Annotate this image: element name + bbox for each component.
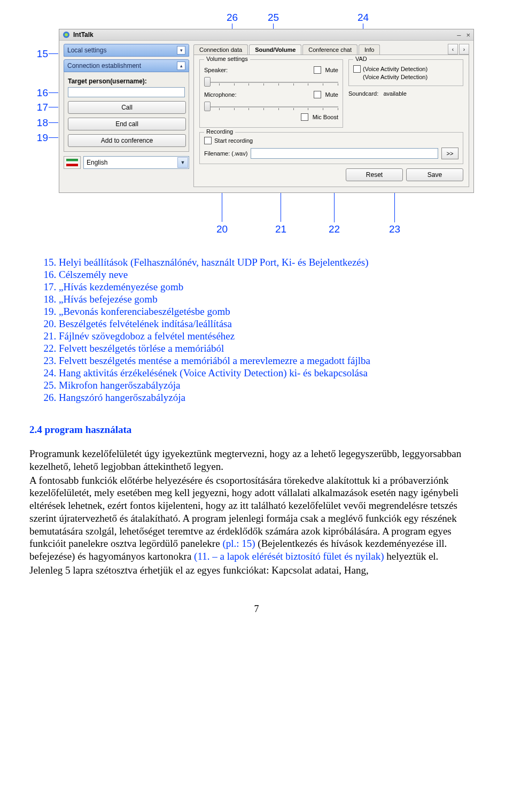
flag-icon (64, 156, 81, 169)
speaker-mute-label: Mute (325, 67, 338, 73)
volume-legend: Volume settings (204, 56, 250, 62)
recording-legend: Recording (204, 128, 235, 135)
speaker-label: Speaker: (204, 67, 240, 73)
page-number: 7 (29, 604, 484, 615)
save-button[interactable]: Save (406, 168, 463, 181)
mic-boost-checkbox[interactable] (301, 113, 308, 121)
local-settings-header[interactable]: Local settings ▾ (64, 44, 189, 57)
callout-24: 24 (357, 12, 369, 24)
list-item: Felvett beszélgetés mentése a memóriából… (59, 355, 484, 367)
start-recording-checkbox[interactable] (204, 137, 212, 144)
add-to-conference-button[interactable]: Add to conference (68, 134, 186, 147)
list-item: Célszemély neve (59, 269, 484, 281)
language-value: English (87, 159, 107, 166)
list-item: Fájlnév szövegdoboz a felvétel mentéséhe… (59, 330, 484, 342)
callout-19: 19 (32, 132, 48, 144)
callout-26: 26 (227, 12, 238, 24)
tab-bar: Connection data Sound/Volume Conference … (193, 44, 469, 55)
mic-slider-thumb[interactable] (204, 102, 211, 111)
list-item: Helyi beállítások (Felhasználónév, haszn… (59, 257, 484, 268)
callout-23: 23 (389, 223, 400, 235)
expand-icon[interactable]: ▴ (177, 61, 185, 70)
paragraph: Jelenleg 5 lapra szétosztva érhetjük el … (29, 564, 484, 577)
soundcard-value: available (383, 90, 406, 97)
list-item: Beszélgetés felvételének indítása/leállí… (59, 318, 484, 330)
vad-line2: (Voice Activity Detection) (363, 74, 428, 80)
microphone-label: Microphone: (204, 91, 240, 98)
list-item: „Hívás befejezése gomb (59, 293, 484, 305)
tab-sound-volume[interactable]: Sound/Volume (249, 44, 301, 55)
target-person-label: Target person(username): (68, 78, 185, 85)
reset-button[interactable]: Reset (346, 168, 403, 181)
close-button[interactable]: × (466, 31, 470, 39)
collapse-icon[interactable]: ▾ (177, 46, 185, 55)
speaker-mute-checkbox[interactable] (314, 66, 321, 74)
browse-button[interactable]: >> (441, 148, 458, 159)
recording-group: Recording Start recording Filename: (.wa… (199, 132, 463, 164)
end-call-button[interactable]: End call (68, 118, 186, 130)
titlebar[interactable]: IntTalk – × (59, 29, 473, 41)
callout-21: 21 (275, 223, 286, 235)
filename-input[interactable] (251, 148, 438, 159)
tab-scroll-left[interactable]: ‹ (448, 44, 458, 55)
section-heading: 2.4 program használata (29, 424, 484, 436)
speaker-slider-thumb[interactable] (204, 77, 211, 87)
para-text: helyeztük el. (384, 551, 439, 562)
local-settings-label: Local settings (67, 47, 106, 54)
ref-15: (pl.: 15) (222, 538, 255, 549)
connection-est-header[interactable]: Connection establishment ▴ (64, 59, 189, 72)
tab-conference-chat[interactable]: Conference chat (302, 44, 357, 55)
call-button[interactable]: Call (68, 101, 186, 114)
tab-scroll-right[interactable]: › (459, 44, 469, 55)
list-item: „Bevonás konferenciabeszélgetésbe gomb (59, 306, 484, 318)
target-person-input[interactable] (68, 87, 185, 97)
speaker-slider[interactable] (204, 76, 338, 87)
callout-20: 20 (216, 223, 228, 235)
mic-slider[interactable] (204, 100, 338, 111)
mic-mute-checkbox[interactable] (314, 91, 321, 98)
app-icon (63, 31, 70, 38)
callout-22: 22 (329, 223, 340, 235)
list-item: Hangszóró hangerőszabályzója (59, 392, 484, 404)
annotated-screenshot: 26 25 24 15 16 17 18 19 20 21 22 23 (29, 11, 484, 241)
soundcard-label: Soundcard: (348, 90, 378, 97)
callout-16: 16 (32, 87, 48, 99)
app-window: IntTalk – × Local settings ▾ Connection … (59, 29, 474, 193)
vad-group: VAD (Voice Activity Detection) (Voice Ac… (348, 59, 463, 86)
volume-settings-group: Volume settings Speaker: Mute (199, 59, 343, 128)
tab-connection-data[interactable]: Connection data (193, 44, 248, 55)
vad-enable-checkbox[interactable] (353, 65, 361, 73)
list-item: „Hívás kezdeményezése gomb (59, 281, 484, 293)
list-item: Mikrofon hangerőszabályzója (59, 380, 484, 391)
list-item: Felvett beszélgetés törlése a memóriából (59, 343, 484, 354)
paragraph: A fontosabb funkciók előtérbe helyezésér… (29, 474, 484, 563)
filename-label: Filename: (.wav) (204, 150, 247, 157)
connection-est-label: Connection establishment (67, 62, 141, 69)
tab-info[interactable]: Info (359, 44, 380, 55)
window-title: IntTalk (73, 31, 452, 38)
vad-legend: VAD (353, 56, 369, 62)
svg-point-1 (65, 33, 68, 36)
callout-17: 17 (32, 102, 48, 113)
language-select[interactable]: English ▼ (83, 156, 189, 169)
minimize-button[interactable]: – (457, 31, 461, 39)
svg-rect-4 (66, 159, 78, 161)
vad-line1: (Voice Activity Detection) (363, 66, 428, 72)
list-item: Hang aktivitás érzékelésének (Voice Acti… (59, 367, 484, 379)
callout-25: 25 (268, 12, 279, 24)
chevron-down-icon[interactable]: ▼ (177, 157, 188, 168)
start-recording-label: Start recording (214, 137, 253, 144)
mic-mute-label: Mute (325, 91, 338, 98)
ref-11: (11. – a lapok elérését biztosító fület … (194, 551, 384, 562)
paragraph: Programunk kezelőfelületét úgy igyekeztü… (29, 447, 484, 473)
mic-boost-label: Mic Boost (313, 114, 338, 120)
callout-15: 15 (32, 48, 48, 60)
legend-list: Helyi beállítások (Felhasználónév, haszn… (29, 257, 484, 404)
callout-18: 18 (32, 117, 48, 129)
